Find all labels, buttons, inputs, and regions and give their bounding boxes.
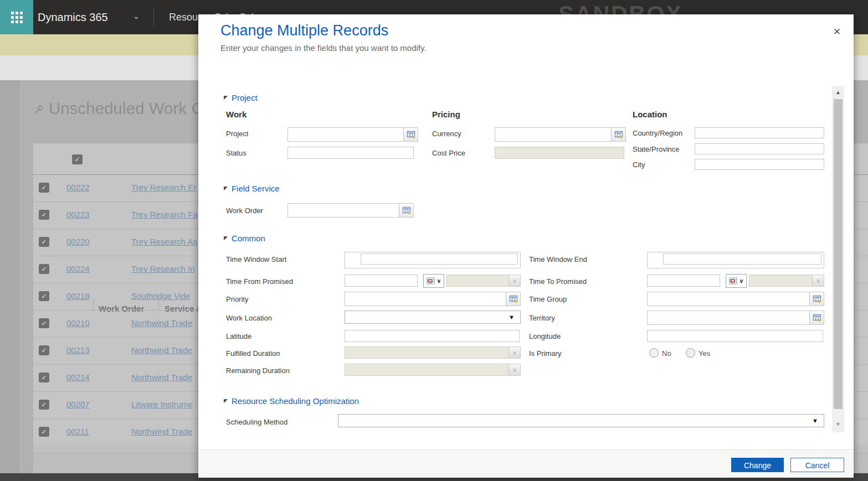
is-primary-no-radio[interactable]: [649, 348, 659, 358]
service-account-link[interactable]: Southridge Vide: [131, 291, 190, 301]
service-account-link[interactable]: Trey Research As: [131, 237, 197, 246]
lookup-icon: [813, 294, 821, 303]
row-checkbox[interactable]: ✓: [39, 264, 49, 274]
longitude-input[interactable]: [647, 330, 823, 342]
close-icon[interactable]: ✕: [833, 27, 841, 38]
field-label-time-from-promised: Time From Promised: [226, 277, 293, 286]
country-input[interactable]: [695, 127, 824, 138]
service-account-link[interactable]: Trey Research Er: [131, 183, 196, 192]
territory-input[interactable]: [648, 311, 809, 324]
field-label-longitude: Longitude: [529, 332, 561, 340]
work-order-link[interactable]: 00220: [66, 237, 90, 246]
work-location-select[interactable]: ▼: [345, 311, 521, 324]
time-window-end-input[interactable]: [663, 254, 821, 265]
work-order-link[interactable]: 00207: [66, 400, 90, 409]
left-gutter: [0, 80, 19, 473]
cancel-button[interactable]: Cancel: [790, 458, 844, 472]
work-order-link[interactable]: 00214: [66, 373, 90, 382]
priority-input[interactable]: [345, 292, 506, 306]
work-order-link[interactable]: 00210: [66, 318, 90, 328]
time-window-start-field[interactable]: [345, 252, 521, 268]
time-from-promised-date-input[interactable]: [345, 275, 418, 287]
lookup-button[interactable]: [506, 292, 520, 306]
time-to-promised-date-input[interactable]: [647, 275, 720, 287]
service-account-link[interactable]: Northwind Trade: [131, 427, 192, 436]
row-checkbox[interactable]: ✓: [39, 373, 49, 382]
lookup-button[interactable]: [809, 292, 824, 306]
field-label-city: City: [633, 161, 645, 169]
chevron-down-icon[interactable]: ⌄: [133, 0, 140, 32]
section-header-rso[interactable]: ◤Resource Scheduling Optimization: [224, 396, 359, 406]
row-checkbox[interactable]: ✓: [39, 345, 49, 355]
row-checkbox[interactable]: ✓: [39, 183, 49, 193]
state-input[interactable]: [695, 143, 824, 154]
currency-input[interactable]: [495, 128, 611, 141]
work-order-link[interactable]: 00211: [66, 427, 89, 436]
vertical-scroll-thumb[interactable]: [834, 99, 843, 409]
lookup-button[interactable]: [403, 128, 418, 141]
waffle-menu-button[interactable]: [0, 0, 33, 34]
service-account-link[interactable]: Trey Research In: [131, 264, 195, 273]
time-group-input[interactable]: [648, 292, 809, 306]
service-account-link[interactable]: Litware Instrume: [131, 400, 193, 409]
select-all-checkbox[interactable]: ✓: [72, 154, 83, 164]
time-group-lookup-field[interactable]: [647, 292, 824, 306]
field-label-project: Project: [226, 130, 248, 138]
priority-lookup-field[interactable]: [345, 292, 521, 306]
currency-lookup-field[interactable]: [495, 127, 626, 142]
row-checkbox[interactable]: ✓: [39, 318, 49, 328]
time-window-start-input[interactable]: [361, 254, 518, 265]
latitude-input[interactable]: [345, 330, 520, 342]
service-account-link[interactable]: Northwind Trade: [131, 345, 192, 355]
dropdown-arrow-icon: ▼: [812, 417, 818, 424]
scroll-down-arrow-icon[interactable]: ▼: [832, 421, 844, 427]
field-label-country: Country/Region: [633, 129, 682, 137]
row-checkbox[interactable]: ✓: [39, 210, 49, 220]
work-order-input[interactable]: [288, 204, 399, 217]
row-checkbox[interactable]: ✓: [39, 237, 49, 247]
work-order-link[interactable]: 00223: [66, 210, 90, 219]
time-window-end-field[interactable]: [647, 252, 824, 268]
territory-lookup-field[interactable]: [647, 311, 824, 325]
section-header-common[interactable]: ◤Common: [224, 234, 265, 243]
section-header-field-service[interactable]: ◤Field Service: [224, 184, 280, 193]
row-checkbox[interactable]: ✓: [39, 427, 49, 437]
work-order-link[interactable]: 00222: [66, 183, 90, 192]
city-input[interactable]: [695, 159, 824, 170]
lookup-button[interactable]: [809, 311, 824, 324]
section-header-project[interactable]: ◤Project: [224, 93, 258, 102]
change-button[interactable]: Change: [731, 458, 784, 472]
row-checkbox[interactable]: ✓: [39, 400, 49, 410]
is-primary-radio-group: No Yes: [649, 348, 722, 358]
lookup-button[interactable]: [399, 204, 413, 217]
row-checkbox[interactable]: ✓: [39, 291, 49, 301]
field-label-time-window-end: Time Window End: [529, 255, 587, 263]
collapse-triangle-icon: ◤: [224, 185, 228, 191]
calendar-picker-button[interactable]: ∨: [423, 274, 444, 288]
dialog-title: Change Multiple Records: [220, 22, 388, 39]
is-primary-yes-radio[interactable]: [686, 348, 695, 358]
app-title[interactable]: Dynamics 365: [38, 0, 108, 34]
project-lookup-field[interactable]: [287, 127, 418, 142]
status-input[interactable]: [287, 147, 414, 159]
group-header-location: Location: [633, 110, 667, 119]
work-order-lookup-field[interactable]: [287, 203, 414, 218]
project-input[interactable]: [288, 128, 403, 141]
work-order-link[interactable]: 00224: [66, 264, 90, 273]
collapse-triangle-icon: ◤: [224, 95, 228, 100]
work-order-link[interactable]: 00213: [66, 345, 90, 355]
collapse-triangle-icon: ◤: [224, 235, 228, 241]
field-label-fulfilled-duration: Fulfilled Duration: [226, 349, 280, 358]
lookup-icon: [407, 130, 415, 139]
lookup-button[interactable]: [611, 128, 625, 141]
dialog-subtitle: Enter your changes in the fields that yo…: [220, 43, 427, 53]
service-account-link[interactable]: Trey Research Fa: [131, 210, 197, 219]
work-order-link[interactable]: 00218: [66, 291, 90, 301]
service-account-link[interactable]: Northwind Trade: [131, 373, 192, 382]
scroll-up-arrow-icon[interactable]: ▲: [832, 89, 844, 95]
service-account-link[interactable]: Northwind Trade: [131, 318, 192, 328]
page-title: Unscheduled Work Or: [49, 100, 209, 118]
dialog-vertical-scrollbar[interactable]: ▲ ▼: [832, 86, 844, 432]
scheduling-method-select[interactable]: ▼: [338, 414, 824, 427]
calendar-picker-button[interactable]: ∨: [726, 274, 747, 288]
